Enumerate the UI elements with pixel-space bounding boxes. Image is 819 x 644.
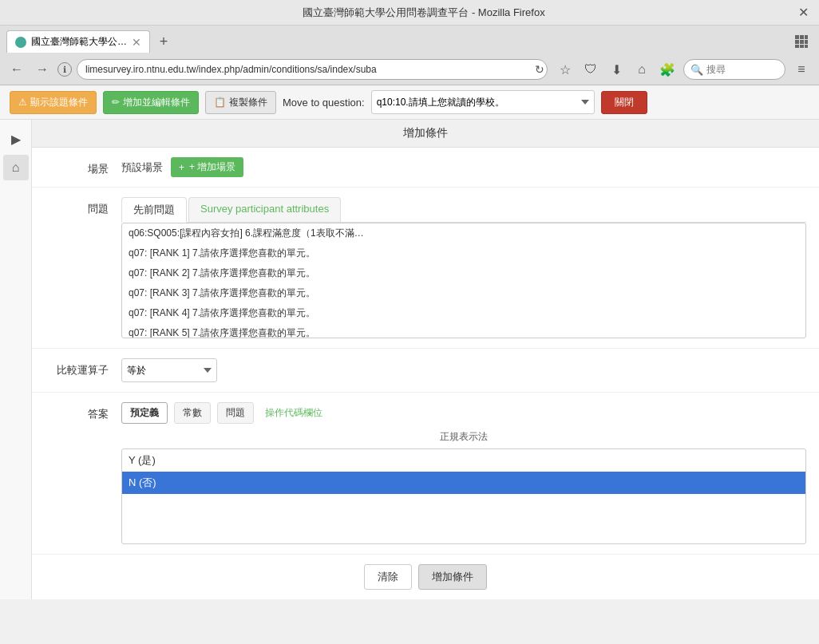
search-input[interactable] [706, 64, 778, 75]
answer-item-yes[interactable]: Y (是) [122, 449, 805, 472]
menu-button[interactable]: ≡ [790, 58, 813, 81]
window-close-button[interactable]: ✕ [793, 3, 813, 22]
tab-const[interactable]: 常數 [174, 402, 211, 424]
download-button[interactable]: ⬇ [605, 58, 627, 81]
tab-previous-question[interactable]: 先前問題 [121, 197, 187, 223]
list-item[interactable]: q07: [RANK 5] 7.請依序選擇您喜歡的單元。 [122, 323, 805, 338]
window-title: 國立臺灣師範大學公用問卷調查平台 - Mozilla Firefox [54, 6, 793, 20]
bookmark-button[interactable]: ☆ [554, 58, 576, 81]
move-to-select[interactable]: q10:10.請填上您就讀的學校。 [371, 90, 595, 114]
list-item[interactable]: q06:SQ005:[課程內容女拍] 6.課程滿意度（1表取不滿… [122, 223, 805, 243]
operator-row: 比較運算子 等於 不等於 大於 小於 大於等於 小於等於 [32, 349, 819, 393]
list-item[interactable]: q07: [RANK 1] 7.請依序選擇您喜歡的單元。 [122, 243, 805, 263]
svg-rect-2 [805, 35, 808, 39]
tab-survey-attributes[interactable]: Survey participant attributes [188, 197, 341, 222]
section-title: 增加條件 [32, 120, 819, 148]
warning-icon: ⚠ [18, 97, 27, 108]
page-content: ▶ ⌂ 增加條件 場景 預設場景 + + 增加場景 問題 先前問題 Survey… [0, 120, 819, 599]
answer-item-no[interactable]: N (否) [122, 472, 805, 494]
sidebar-toggle[interactable]: ▶ [3, 126, 29, 152]
browser-tab[interactable]: 國立臺灣師範大學公… ✕ [6, 30, 150, 53]
copy-icon: 📋 [214, 97, 226, 108]
add-condition-button[interactable]: 增加條件 [418, 564, 487, 590]
move-to-label: Move to question: [283, 97, 365, 109]
svg-rect-4 [800, 40, 804, 44]
answer-row: 答案 預定義 常數 問題 操作代碼欄位 正規表示法 Y (是) N (否) [32, 393, 819, 555]
tab-question[interactable]: 問題 [217, 402, 254, 424]
list-item[interactable]: q07: [RANK 3] 7.請依序選擇您喜歡的單元。 [122, 283, 805, 303]
search-box: 🔍 [683, 59, 785, 80]
title-bar: 國立臺灣師範大學公用問卷調查平台 - Mozilla Firefox ✕ [0, 0, 819, 26]
bottom-buttons: 清除 增加條件 [32, 555, 819, 599]
question-list[interactable]: q06:SQ005:[課程內容女拍] 6.課程滿意度（1表取不滿… q07: [… [121, 223, 806, 338]
copy-conditions-button[interactable]: 📋 複製條件 [205, 91, 276, 114]
home-button[interactable]: ⌂ [631, 58, 653, 81]
answer-list[interactable]: Y (是) N (否) [121, 448, 806, 544]
tab-operation[interactable]: 操作代碼欄位 [260, 403, 327, 423]
list-item[interactable]: q07: [RANK 2] 7.請依序選擇您喜歡的單元。 [122, 263, 805, 283]
side-nav: ▶ ⌂ [0, 120, 32, 599]
site-info-icon[interactable]: ℹ [57, 62, 72, 77]
url-input[interactable] [77, 59, 548, 80]
scenario-content: 預設場景 + + 增加場景 [121, 157, 806, 177]
svg-rect-6 [795, 45, 799, 48]
browser-apps-button[interactable] [790, 30, 813, 53]
clear-button[interactable]: 清除 [364, 564, 412, 590]
list-item[interactable]: q07: [RANK 4] 7.請依序選擇您喜歡的單元。 [122, 303, 805, 323]
address-bar: ← → ℹ ↻ ☆ 🛡 ⬇ ⌂ 🧩 🔍 ≡ [0, 54, 819, 85]
refresh-button[interactable]: ↻ [530, 60, 549, 79]
svg-rect-8 [805, 45, 808, 48]
operator-select[interactable]: 等於 不等於 大於 小於 大於等於 小於等於 [121, 358, 217, 382]
add-edit-conditions-button[interactable]: ✏ 增加並編輯條件 [103, 91, 199, 114]
add-scenario-button[interactable]: + + 增加場景 [171, 157, 243, 177]
form-area: 增加條件 場景 預設場景 + + 增加場景 問題 先前問題 Survey par… [32, 120, 819, 599]
extensions-button[interactable]: 🧩 [656, 58, 679, 81]
tab-favicon [15, 37, 26, 48]
tab-label: 國立臺灣師範大學公… [31, 35, 127, 49]
answer-label: 答案 [45, 402, 109, 421]
scenario-label: 場景 [45, 157, 109, 176]
show-conditions-button[interactable]: ⚠ 顯示該題條件 [10, 91, 97, 114]
sidebar-home[interactable]: ⌂ [3, 155, 29, 180]
svg-rect-0 [795, 35, 799, 39]
tab-preset[interactable]: 預定義 [121, 402, 168, 424]
new-tab-button[interactable]: + [153, 31, 174, 52]
operator-label: 比較運算子 [45, 358, 109, 377]
question-row: 問題 先前問題 Survey participant attributes q0… [32, 188, 819, 349]
regex-label: 正規表示法 [121, 430, 806, 444]
toolbar-icons: ☆ 🛡 ⬇ ⌂ 🧩 [554, 58, 679, 81]
preset-scenario-label: 預設場景 [121, 160, 163, 175]
answer-content: 預定義 常數 問題 操作代碼欄位 正規表示法 Y (是) N (否) [121, 402, 806, 544]
main-toolbar: ⚠ 顯示該題條件 ✏ 增加並編輯條件 📋 複製條件 Move to questi… [0, 85, 819, 120]
operator-content: 等於 不等於 大於 小於 大於等於 小於等於 [121, 358, 806, 382]
svg-rect-5 [805, 40, 808, 44]
svg-rect-1 [800, 35, 804, 39]
edit-icon: ✏ [112, 97, 120, 108]
tab-close-button[interactable]: ✕ [132, 36, 141, 49]
svg-rect-7 [800, 45, 804, 48]
add-scenario-plus-icon: + [179, 162, 184, 173]
scenario-row: 場景 預設場景 + + 增加場景 [32, 148, 819, 188]
question-tabs: 先前問題 Survey participant attributes [121, 197, 806, 223]
back-button[interactable]: ← [6, 59, 27, 80]
close-button[interactable]: 關閉 [601, 91, 647, 114]
browser-chrome: 國立臺灣師範大學公… ✕ + ← → ℹ ↻ ☆ 🛡 [0, 26, 819, 85]
question-content: 先前問題 Survey participant attributes q06:S… [121, 197, 806, 338]
question-label: 問題 [45, 197, 109, 216]
answer-tabs: 預定義 常數 問題 操作代碼欄位 [121, 402, 806, 424]
search-icon: 🔍 [690, 64, 703, 76]
shield-button[interactable]: 🛡 [580, 58, 602, 81]
forward-button[interactable]: → [32, 59, 53, 80]
svg-rect-3 [795, 40, 799, 44]
tab-bar: 國立臺灣師範大學公… ✕ + [0, 26, 819, 54]
